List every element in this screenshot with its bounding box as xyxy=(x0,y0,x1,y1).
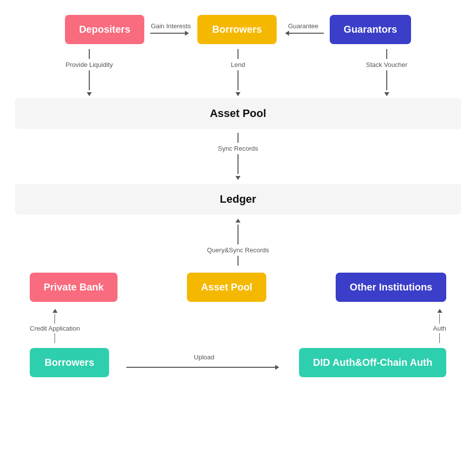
upload-arrowhead xyxy=(275,363,282,372)
credit-app-line xyxy=(55,314,56,324)
bottom-row: Borrowers Upload DID Auth&Off-Chain Auth xyxy=(15,348,461,377)
provide-liquidity-label: Provide Liquidity xyxy=(65,61,113,68)
query-sync-bottom-line xyxy=(238,256,238,266)
stack-voucher-col: Stack Voucher xyxy=(312,49,461,96)
gain-interests-arrowhead xyxy=(185,30,191,37)
provide-liquidity-line xyxy=(89,70,90,90)
credit-app-arrowhead xyxy=(53,309,58,313)
auth-label: Auth xyxy=(433,325,446,332)
down-arrows-row: Provide Liquidity Lend Stack Voucher xyxy=(15,49,461,96)
upload-arrow-line-wrap xyxy=(126,363,282,372)
gain-interests-arrow: Gain Interests xyxy=(150,22,191,37)
upload-label: Upload xyxy=(194,353,214,361)
gain-interests-label: Gain Interests xyxy=(151,22,191,30)
auth-arrowhead xyxy=(437,309,442,313)
stack-voucher-top-line xyxy=(386,49,387,59)
credit-auth-arrows-row: Credit Application Auth xyxy=(15,309,461,343)
private-bank-box: Private Bank xyxy=(30,273,118,302)
auth-line xyxy=(439,314,440,324)
credit-application-label: Credit Application xyxy=(30,325,80,332)
depositers-box: Depositers xyxy=(65,15,144,44)
stack-voucher-arrowhead xyxy=(384,92,389,96)
provide-liquidity-top-line xyxy=(89,49,90,59)
query-sync-col: Query&Sync Records xyxy=(207,219,269,266)
query-sync-line xyxy=(238,225,238,244)
guarantee-arrow: Guarantee xyxy=(283,22,324,37)
sync-records-label: Sync Records xyxy=(218,145,258,152)
auth-col: Auth xyxy=(433,309,446,343)
credit-application-col: Credit Application xyxy=(30,309,80,343)
query-sync-arrowhead xyxy=(236,219,240,223)
sync-records-top-line xyxy=(238,133,238,143)
borrowers-top-box: Borrowers xyxy=(197,15,277,44)
provide-liquidity-arrowhead xyxy=(87,92,92,96)
guarantee-arrowhead xyxy=(283,30,289,37)
sync-records-arrowhead xyxy=(236,176,240,180)
guarantors-box: Guarantors xyxy=(330,15,411,44)
bottom-entities-row: Private Bank Asset Pool Other Institutio… xyxy=(15,273,461,302)
did-auth-box: DID Auth&Off-Chain Auth xyxy=(299,348,446,377)
upload-arrow-line xyxy=(126,367,275,368)
lend-line xyxy=(238,70,238,90)
provide-liquidity-col: Provide Liquidity xyxy=(15,49,164,96)
diagram: Depositers Gain Interests Borrowers Guar… xyxy=(15,15,461,377)
stack-voucher-line xyxy=(386,70,387,90)
other-institutions-box: Other Institutions xyxy=(336,273,446,302)
asset-pool-mid-box: Asset Pool xyxy=(187,273,266,302)
sync-records-col: Sync Records xyxy=(218,133,258,180)
query-sync-label: Query&Sync Records xyxy=(207,246,269,254)
lend-label: Lend xyxy=(231,61,245,68)
auth-bottom-line xyxy=(439,333,440,343)
sync-records-line xyxy=(238,154,238,174)
lend-top-line xyxy=(238,49,238,59)
ledger-band: Ledger xyxy=(15,184,461,215)
credit-app-bottom-line xyxy=(55,333,56,343)
borrowers-bottom-box: Borrowers xyxy=(30,348,109,377)
lend-col: Lend xyxy=(164,49,312,96)
guarantee-label: Guarantee xyxy=(288,22,318,30)
upload-arrow-wrap: Upload xyxy=(126,353,282,372)
asset-pool-band: Asset Pool xyxy=(15,98,461,129)
lend-arrowhead xyxy=(236,92,240,96)
guarantee-line xyxy=(289,33,324,34)
stack-voucher-label: Stack Voucher xyxy=(366,61,408,68)
gain-interests-line xyxy=(150,33,185,34)
top-entities-row: Depositers Gain Interests Borrowers Guar… xyxy=(15,15,461,44)
